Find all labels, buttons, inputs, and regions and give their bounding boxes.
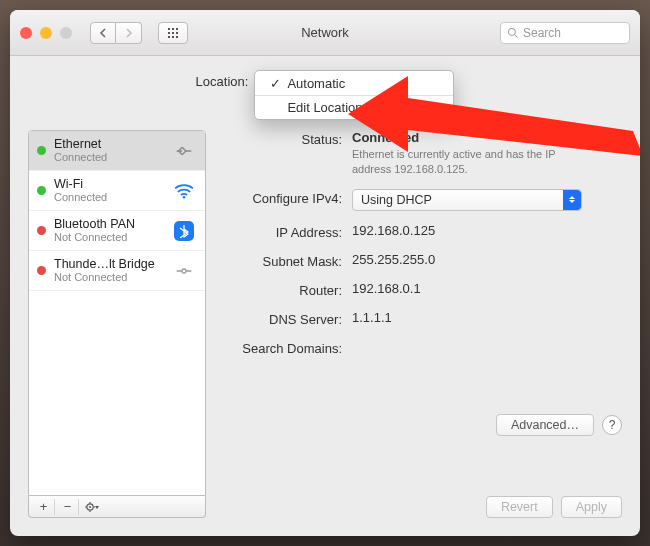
dns-server-label: DNS Server: bbox=[222, 310, 352, 327]
remove-service-button[interactable]: − bbox=[57, 499, 79, 515]
forward-button[interactable] bbox=[116, 22, 142, 44]
subnet-mask-value: 255.255.255.0 bbox=[352, 252, 622, 267]
search-domains-label: Search Domains: bbox=[222, 339, 352, 356]
close-icon[interactable] bbox=[20, 27, 32, 39]
svg-point-0 bbox=[509, 28, 516, 35]
location-menu[interactable]: ✓ Automatic Edit Locations… bbox=[254, 70, 454, 120]
search-field[interactable]: Search bbox=[500, 22, 630, 44]
ip-address-label: IP Address: bbox=[222, 223, 352, 240]
svg-point-5 bbox=[89, 506, 91, 508]
status-label: Status: bbox=[222, 130, 352, 147]
configure-ipv4-value: Using DHCP bbox=[361, 193, 432, 207]
service-bluetooth-pan[interactable]: Bluetooth PAN Not Connected bbox=[29, 211, 205, 251]
service-status: Not Connected bbox=[54, 231, 163, 244]
add-service-button[interactable]: + bbox=[33, 499, 55, 515]
location-menu-item-label: Edit Locations… bbox=[287, 100, 382, 115]
service-actions-button[interactable] bbox=[81, 499, 103, 515]
search-placeholder: Search bbox=[523, 26, 561, 40]
help-button[interactable]: ? bbox=[602, 415, 622, 435]
status-dot-icon bbox=[37, 186, 46, 195]
chevron-updown-icon bbox=[563, 190, 581, 210]
svg-point-3 bbox=[182, 269, 186, 273]
dns-server-value: 1.1.1.1 bbox=[352, 310, 622, 325]
status-dot-icon bbox=[37, 146, 46, 155]
location-menu-edit[interactable]: Edit Locations… bbox=[255, 95, 453, 119]
router-value: 192.168.0.1 bbox=[352, 281, 622, 296]
nav-buttons bbox=[90, 22, 142, 44]
wifi-icon bbox=[171, 183, 197, 199]
check-icon: ✓ bbox=[269, 76, 281, 91]
status-dot-icon bbox=[37, 266, 46, 275]
titlebar: Network Search bbox=[10, 10, 640, 56]
location-menu-item-label: Automatic bbox=[287, 76, 345, 91]
service-status: Connected bbox=[54, 191, 163, 204]
gear-icon bbox=[84, 501, 100, 513]
show-all-button[interactable] bbox=[158, 22, 188, 44]
service-status: Not Connected bbox=[54, 271, 163, 284]
bluetooth-icon bbox=[171, 221, 197, 241]
window-controls bbox=[20, 27, 72, 39]
configure-ipv4-label: Configure IPv4: bbox=[222, 189, 352, 206]
router-label: Router: bbox=[222, 281, 352, 298]
network-prefs-window: Network Search Location: ✓ Automatic Edi… bbox=[10, 10, 640, 536]
zoom-icon bbox=[60, 27, 72, 39]
service-name: Thunde…lt Bridge bbox=[54, 257, 163, 271]
revert-button[interactable]: Revert bbox=[486, 496, 553, 518]
svg-point-2 bbox=[183, 195, 186, 198]
service-ethernet[interactable]: Ethernet Connected bbox=[29, 131, 205, 171]
svg-line-1 bbox=[515, 34, 518, 37]
detail-pane: Status: Connected Ethernet is currently … bbox=[222, 130, 622, 518]
service-name: Ethernet bbox=[54, 137, 163, 151]
advanced-button[interactable]: Advanced… bbox=[496, 414, 594, 436]
minimize-icon[interactable] bbox=[40, 27, 52, 39]
apply-button[interactable]: Apply bbox=[561, 496, 622, 518]
service-list-toolbar: + − bbox=[28, 496, 206, 518]
ethernet-icon bbox=[171, 143, 197, 159]
service-thunderbolt-bridge[interactable]: Thunde…lt Bridge Not Connected bbox=[29, 251, 205, 291]
configure-ipv4-select[interactable]: Using DHCP bbox=[352, 189, 582, 211]
status-description: Ethernet is currently active and has the… bbox=[352, 147, 592, 177]
service-wifi[interactable]: Wi-Fi Connected bbox=[29, 171, 205, 211]
service-list[interactable]: Ethernet Connected Wi-Fi Connected bbox=[28, 130, 206, 496]
grid-icon bbox=[167, 27, 179, 39]
ip-address-value: 192.168.0.125 bbox=[352, 223, 622, 238]
back-button[interactable] bbox=[90, 22, 116, 44]
search-icon bbox=[507, 27, 519, 39]
status-dot-icon bbox=[37, 226, 46, 235]
thunderbolt-icon bbox=[171, 263, 197, 279]
location-label: Location: bbox=[196, 70, 249, 89]
service-status: Connected bbox=[54, 151, 163, 164]
subnet-mask-label: Subnet Mask: bbox=[222, 252, 352, 269]
location-menu-automatic[interactable]: ✓ Automatic bbox=[255, 71, 453, 95]
service-name: Bluetooth PAN bbox=[54, 217, 163, 231]
status-value: Connected bbox=[352, 130, 419, 145]
service-name: Wi-Fi bbox=[54, 177, 163, 191]
